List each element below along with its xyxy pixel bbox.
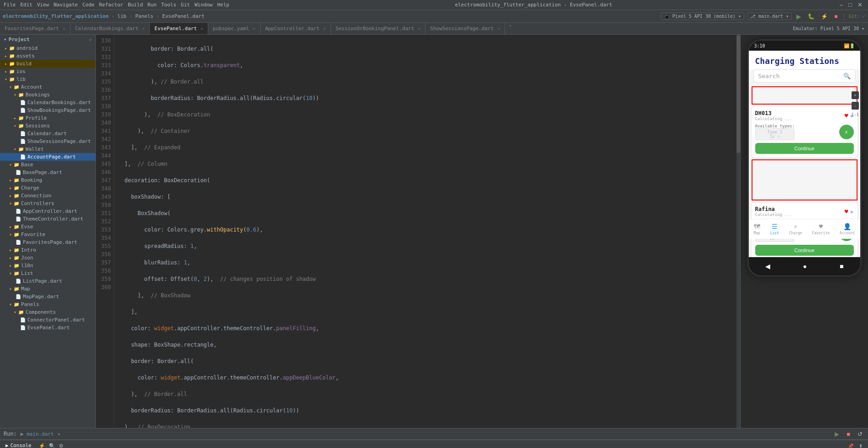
- sidebar-item-evsepanel[interactable]: 📄 EvsePanel.dart: [0, 324, 95, 332]
- station2-nav-icon[interactable]: ✈: [850, 208, 854, 215]
- close-appcontroller-tab[interactable]: ✕: [323, 26, 326, 31]
- menu-edit[interactable]: Edit: [21, 2, 33, 8]
- menu-run[interactable]: Run: [147, 2, 157, 8]
- sidebar-item-connection[interactable]: ▸ 📁 Connection: [0, 192, 95, 200]
- close-run-icon[interactable]: ✕: [58, 431, 61, 437]
- close-showsessions-tab[interactable]: ✕: [497, 26, 500, 31]
- zoom-in-btn[interactable]: +: [852, 91, 859, 99]
- tab-evse[interactable]: EvsePanel.dart ✕: [150, 23, 208, 34]
- tab-pubspec[interactable]: pubspec.yaml ✕: [208, 23, 261, 34]
- nav-item-favorite[interactable]: ♥ Favorite: [812, 223, 830, 235]
- home-btn[interactable]: ●: [803, 263, 807, 270]
- sidebar-item-panels[interactable]: ▾ 📁 Panels: [0, 300, 95, 308]
- sidebar-item-account[interactable]: ▾ 📁 Account: [0, 83, 95, 91]
- run-file[interactable]: ▶ main.dart: [21, 431, 54, 437]
- search-icon[interactable]: 🔍: [843, 73, 851, 79]
- console-gear-btn[interactable]: ⚙: [57, 442, 65, 448]
- console-filter-btn[interactable]: 🔍: [47, 442, 57, 448]
- tab-favorites[interactable]: FavoritesPage.dart ✕: [0, 23, 70, 34]
- sidebar-item-l10n[interactable]: ▸ 📁 l10n: [0, 262, 95, 269]
- menu-navigate[interactable]: Navigate: [54, 2, 78, 8]
- run-play-btn[interactable]: ▶: [833, 430, 841, 438]
- sidebar-item-basepage[interactable]: 📄 BasePage.dart: [0, 169, 95, 176]
- run-btn[interactable]: ▶: [794, 12, 803, 21]
- branch-selector[interactable]: ⎇ main.dart ▾: [747, 12, 792, 20]
- sidebar-item-profile[interactable]: ▸ 📁 Profile: [0, 114, 95, 122]
- recents-btn[interactable]: ■: [840, 263, 843, 270]
- sidebar-item-themecontroller[interactable]: 📄 ThemeController.dart: [0, 215, 95, 223]
- close-session-tab[interactable]: ✕: [418, 26, 421, 31]
- nav-item-map[interactable]: 🗺 Map: [753, 223, 760, 235]
- hot-reload-btn[interactable]: ⚡: [819, 12, 830, 21]
- sidebar-item-listpage[interactable]: 📄 ListPage.dart: [0, 277, 95, 285]
- tab-appcontroller[interactable]: AppController.dart ✕: [261, 23, 331, 34]
- pin-btn[interactable]: 📌: [846, 443, 855, 448]
- sidebar-item-android[interactable]: ▸ 📁 android: [0, 44, 95, 52]
- minimize-btn[interactable]: –: [838, 0, 845, 9]
- close-calendar-tab[interactable]: ✕: [142, 26, 145, 31]
- nav-item-charge[interactable]: ⚡ Charge: [789, 223, 802, 235]
- sidebar-item-json[interactable]: ▸ 📁 Json: [0, 254, 95, 262]
- code-editor[interactable]: 330331332333334 335336337338339 34034134…: [96, 35, 740, 428]
- nav-item-account[interactable]: 👤 Account: [840, 223, 855, 235]
- station1-favorite-icon[interactable]: ♥: [845, 112, 848, 119]
- editor-scrollbar[interactable]: [736, 35, 740, 428]
- nav-item-list[interactable]: ☰ List: [770, 223, 779, 235]
- menu-code[interactable]: Code: [82, 2, 95, 8]
- expand-btn[interactable]: ⬆: [857, 443, 864, 448]
- station2-favorite-icon[interactable]: ♥: [845, 208, 848, 215]
- search-bar[interactable]: Search 🔍: [753, 69, 856, 83]
- sidebar-item-booking[interactable]: ▸ 📁 Booking: [0, 176, 95, 184]
- close-evse-tab[interactable]: ✕: [200, 26, 203, 31]
- sidebar-item-showsessions[interactable]: 📄 ShowSessionsPage.dart: [0, 137, 95, 145]
- menu-tools[interactable]: Tools: [161, 2, 176, 8]
- sidebar-item-ios[interactable]: ▸ 📁 ios: [0, 68, 95, 75]
- more-tabs-btn[interactable]: ▾: [507, 23, 514, 34]
- console-tab[interactable]: ▶ Console: [0, 440, 37, 448]
- sidebar-item-connectorpanel[interactable]: 📄 ConnectorPanel.dart: [0, 316, 95, 324]
- zoom-out-btn[interactable]: -: [852, 102, 859, 110]
- menu-window[interactable]: Window: [195, 2, 213, 8]
- sidebar-item-build[interactable]: ▸ 📁 build: [0, 60, 95, 68]
- back-btn[interactable]: ◀: [765, 263, 770, 270]
- menu-bar[interactable]: File Edit View Navigate Code Refactor Bu…: [4, 2, 229, 8]
- sidebar-item-calendarbookings[interactable]: 📄 CalendarBookings.dart: [0, 99, 95, 106]
- menu-view[interactable]: View: [37, 2, 49, 8]
- sidebar-item-mappage[interactable]: 📄 MapPage.dart: [0, 293, 95, 300]
- station1-continue-btn[interactable]: Continue: [755, 143, 854, 154]
- sidebar-item-components[interactable]: ▾ 📁 Components: [0, 308, 95, 316]
- sidebar-item-lib[interactable]: ▾ 📁 lib: [0, 75, 95, 83]
- sidebar-item-showbookings[interactable]: 📄 ShowBookingsPage.dart: [0, 106, 95, 114]
- sidebar-item-calendar[interactable]: 📄 Calendar.dart: [0, 130, 95, 137]
- sidebar-item-sessions[interactable]: ▾ 📁 Sessions: [0, 122, 95, 130]
- sidebar-item-base[interactable]: ▾ 📁 Base: [0, 161, 95, 169]
- menu-file[interactable]: File: [4, 2, 16, 8]
- sidebar-item-list[interactable]: ▾ 📁 List: [0, 269, 95, 277]
- run-restart-btn[interactable]: ↺: [856, 430, 864, 438]
- run-stop-btn[interactable]: ■: [845, 430, 852, 438]
- scrollbar-thumb[interactable]: [736, 35, 740, 153]
- menu-refactor[interactable]: Refactor: [99, 2, 123, 8]
- sidebar-item-evse[interactable]: ▸ 📁 Evse: [0, 223, 95, 231]
- stop-btn[interactable]: ■: [832, 12, 839, 21]
- sidebar-item-favoritespage[interactable]: 📄 FavoritesPage.dart: [0, 238, 95, 246]
- console-lightning-btn[interactable]: ⚡: [37, 442, 47, 448]
- close-favorites-tab[interactable]: ✕: [63, 26, 65, 31]
- close-pubspec-tab[interactable]: ✕: [253, 26, 256, 31]
- close-btn[interactable]: ✕: [856, 0, 864, 9]
- sidebar-item-wallet[interactable]: ▾ 📁 Wallet: [0, 145, 95, 153]
- debug-btn[interactable]: 🐛: [806, 12, 816, 21]
- sidebar-settings-icon[interactable]: ⚙: [89, 37, 92, 42]
- sidebar-item-intro[interactable]: ▸ 📁 Intro: [0, 246, 95, 254]
- sidebar-item-map[interactable]: ▾ 📁 Map: [0, 285, 95, 293]
- sidebar-item-appcontroller[interactable]: 📄 AppController.dart: [0, 207, 95, 215]
- sidebar-item-charge[interactable]: ▸ 📁 Charge: [0, 184, 95, 192]
- sidebar-item-favorite[interactable]: ▾ 📁 Favorite: [0, 231, 95, 238]
- station2-continue-btn[interactable]: Continue: [755, 245, 854, 256]
- menu-help[interactable]: Help: [217, 2, 230, 8]
- code-lines[interactable]: border: Border.all( color: Colors.transp…: [114, 35, 740, 428]
- maximize-btn[interactable]: □: [847, 0, 854, 9]
- tab-showsessions[interactable]: ShowSessionsPage.dart ✕: [426, 23, 505, 34]
- device-selector[interactable]: 📱 Pixel 5 API 30 (mobile) ▾: [661, 12, 744, 20]
- station-card-1[interactable]: DH013 Calculating ... ♥ ✈ Available type…: [752, 106, 857, 158]
